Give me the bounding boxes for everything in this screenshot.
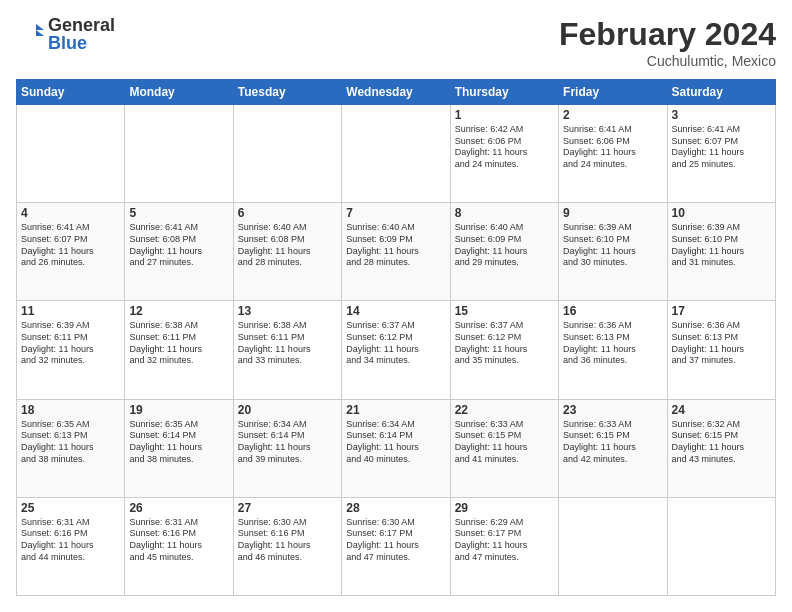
day-info: Sunrise: 6:31 AM Sunset: 6:16 PM Dayligh…	[21, 517, 120, 564]
day-info: Sunrise: 6:31 AM Sunset: 6:16 PM Dayligh…	[129, 517, 228, 564]
week-row-2: 11Sunrise: 6:39 AM Sunset: 6:11 PM Dayli…	[17, 301, 776, 399]
col-header-monday: Monday	[125, 80, 233, 105]
logo-blue-text: Blue	[48, 34, 115, 52]
day-info: Sunrise: 6:34 AM Sunset: 6:14 PM Dayligh…	[346, 419, 445, 466]
day-number: 11	[21, 304, 120, 318]
calendar-cell: 12Sunrise: 6:38 AM Sunset: 6:11 PM Dayli…	[125, 301, 233, 399]
calendar-cell	[125, 105, 233, 203]
day-info: Sunrise: 6:35 AM Sunset: 6:13 PM Dayligh…	[21, 419, 120, 466]
day-number: 5	[129, 206, 228, 220]
calendar-title: February 2024	[559, 16, 776, 53]
day-info: Sunrise: 6:33 AM Sunset: 6:15 PM Dayligh…	[563, 419, 662, 466]
day-number: 17	[672, 304, 771, 318]
day-number: 25	[21, 501, 120, 515]
day-number: 12	[129, 304, 228, 318]
day-number: 7	[346, 206, 445, 220]
day-info: Sunrise: 6:40 AM Sunset: 6:09 PM Dayligh…	[346, 222, 445, 269]
calendar-cell: 25Sunrise: 6:31 AM Sunset: 6:16 PM Dayli…	[17, 497, 125, 595]
day-number: 22	[455, 403, 554, 417]
day-info: Sunrise: 6:39 AM Sunset: 6:10 PM Dayligh…	[672, 222, 771, 269]
day-info: Sunrise: 6:34 AM Sunset: 6:14 PM Dayligh…	[238, 419, 337, 466]
day-number: 10	[672, 206, 771, 220]
day-number: 8	[455, 206, 554, 220]
day-number: 14	[346, 304, 445, 318]
calendar-cell	[233, 105, 341, 203]
calendar-cell: 29Sunrise: 6:29 AM Sunset: 6:17 PM Dayli…	[450, 497, 558, 595]
week-row-3: 18Sunrise: 6:35 AM Sunset: 6:13 PM Dayli…	[17, 399, 776, 497]
day-info: Sunrise: 6:41 AM Sunset: 6:07 PM Dayligh…	[672, 124, 771, 171]
calendar-cell: 20Sunrise: 6:34 AM Sunset: 6:14 PM Dayli…	[233, 399, 341, 497]
svg-marker-1	[36, 30, 44, 36]
calendar-cell: 13Sunrise: 6:38 AM Sunset: 6:11 PM Dayli…	[233, 301, 341, 399]
logo-icon	[16, 20, 44, 48]
calendar-cell: 7Sunrise: 6:40 AM Sunset: 6:09 PM Daylig…	[342, 203, 450, 301]
col-header-sunday: Sunday	[17, 80, 125, 105]
calendar-cell: 1Sunrise: 6:42 AM Sunset: 6:06 PM Daylig…	[450, 105, 558, 203]
header-row: SundayMondayTuesdayWednesdayThursdayFrid…	[17, 80, 776, 105]
header: General Blue February 2024 Cuchulumtic, …	[16, 16, 776, 69]
day-info: Sunrise: 6:36 AM Sunset: 6:13 PM Dayligh…	[563, 320, 662, 367]
calendar-cell: 14Sunrise: 6:37 AM Sunset: 6:12 PM Dayli…	[342, 301, 450, 399]
day-info: Sunrise: 6:41 AM Sunset: 6:06 PM Dayligh…	[563, 124, 662, 171]
calendar-cell: 6Sunrise: 6:40 AM Sunset: 6:08 PM Daylig…	[233, 203, 341, 301]
calendar-cell	[559, 497, 667, 595]
logo-general-text: General	[48, 16, 115, 34]
day-number: 15	[455, 304, 554, 318]
calendar-cell	[342, 105, 450, 203]
calendar-cell: 15Sunrise: 6:37 AM Sunset: 6:12 PM Dayli…	[450, 301, 558, 399]
day-number: 2	[563, 108, 662, 122]
calendar-cell: 2Sunrise: 6:41 AM Sunset: 6:06 PM Daylig…	[559, 105, 667, 203]
day-number: 19	[129, 403, 228, 417]
calendar-cell: 23Sunrise: 6:33 AM Sunset: 6:15 PM Dayli…	[559, 399, 667, 497]
day-info: Sunrise: 6:32 AM Sunset: 6:15 PM Dayligh…	[672, 419, 771, 466]
day-number: 13	[238, 304, 337, 318]
day-number: 28	[346, 501, 445, 515]
day-info: Sunrise: 6:40 AM Sunset: 6:08 PM Dayligh…	[238, 222, 337, 269]
day-info: Sunrise: 6:40 AM Sunset: 6:09 PM Dayligh…	[455, 222, 554, 269]
day-number: 24	[672, 403, 771, 417]
day-info: Sunrise: 6:42 AM Sunset: 6:06 PM Dayligh…	[455, 124, 554, 171]
calendar-cell	[17, 105, 125, 203]
day-info: Sunrise: 6:36 AM Sunset: 6:13 PM Dayligh…	[672, 320, 771, 367]
day-number: 26	[129, 501, 228, 515]
title-block: February 2024 Cuchulumtic, Mexico	[559, 16, 776, 69]
day-info: Sunrise: 6:37 AM Sunset: 6:12 PM Dayligh…	[346, 320, 445, 367]
calendar-cell: 9Sunrise: 6:39 AM Sunset: 6:10 PM Daylig…	[559, 203, 667, 301]
day-number: 4	[21, 206, 120, 220]
calendar-cell: 21Sunrise: 6:34 AM Sunset: 6:14 PM Dayli…	[342, 399, 450, 497]
day-number: 20	[238, 403, 337, 417]
week-row-1: 4Sunrise: 6:41 AM Sunset: 6:07 PM Daylig…	[17, 203, 776, 301]
col-header-friday: Friday	[559, 80, 667, 105]
day-info: Sunrise: 6:30 AM Sunset: 6:16 PM Dayligh…	[238, 517, 337, 564]
day-number: 3	[672, 108, 771, 122]
calendar-cell: 10Sunrise: 6:39 AM Sunset: 6:10 PM Dayli…	[667, 203, 775, 301]
calendar-subtitle: Cuchulumtic, Mexico	[559, 53, 776, 69]
page: General Blue February 2024 Cuchulumtic, …	[0, 0, 792, 612]
col-header-tuesday: Tuesday	[233, 80, 341, 105]
calendar-cell: 18Sunrise: 6:35 AM Sunset: 6:13 PM Dayli…	[17, 399, 125, 497]
week-row-0: 1Sunrise: 6:42 AM Sunset: 6:06 PM Daylig…	[17, 105, 776, 203]
day-number: 18	[21, 403, 120, 417]
calendar-cell	[667, 497, 775, 595]
day-number: 27	[238, 501, 337, 515]
col-header-thursday: Thursday	[450, 80, 558, 105]
logo: General Blue	[16, 16, 115, 52]
col-header-wednesday: Wednesday	[342, 80, 450, 105]
day-info: Sunrise: 6:38 AM Sunset: 6:11 PM Dayligh…	[238, 320, 337, 367]
day-number: 16	[563, 304, 662, 318]
day-info: Sunrise: 6:41 AM Sunset: 6:07 PM Dayligh…	[21, 222, 120, 269]
calendar-cell: 11Sunrise: 6:39 AM Sunset: 6:11 PM Dayli…	[17, 301, 125, 399]
day-number: 21	[346, 403, 445, 417]
calendar-cell: 17Sunrise: 6:36 AM Sunset: 6:13 PM Dayli…	[667, 301, 775, 399]
calendar-cell: 16Sunrise: 6:36 AM Sunset: 6:13 PM Dayli…	[559, 301, 667, 399]
calendar-cell: 24Sunrise: 6:32 AM Sunset: 6:15 PM Dayli…	[667, 399, 775, 497]
calendar-cell: 26Sunrise: 6:31 AM Sunset: 6:16 PM Dayli…	[125, 497, 233, 595]
svg-marker-0	[36, 24, 44, 30]
calendar-cell: 28Sunrise: 6:30 AM Sunset: 6:17 PM Dayli…	[342, 497, 450, 595]
day-info: Sunrise: 6:39 AM Sunset: 6:10 PM Dayligh…	[563, 222, 662, 269]
calendar-table: SundayMondayTuesdayWednesdayThursdayFrid…	[16, 79, 776, 596]
calendar-cell: 19Sunrise: 6:35 AM Sunset: 6:14 PM Dayli…	[125, 399, 233, 497]
day-info: Sunrise: 6:37 AM Sunset: 6:12 PM Dayligh…	[455, 320, 554, 367]
calendar-cell: 22Sunrise: 6:33 AM Sunset: 6:15 PM Dayli…	[450, 399, 558, 497]
calendar-cell: 4Sunrise: 6:41 AM Sunset: 6:07 PM Daylig…	[17, 203, 125, 301]
